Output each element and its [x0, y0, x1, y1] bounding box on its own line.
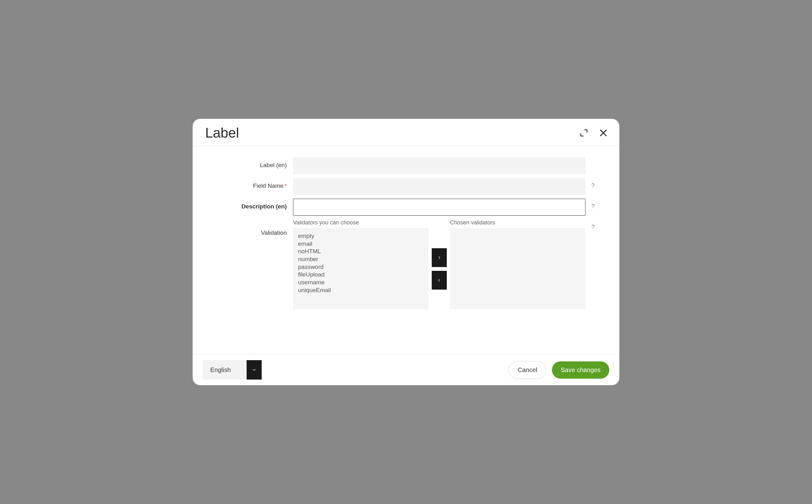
validator-item[interactable]: empty — [298, 232, 424, 240]
validation-transfer: Validators you can choose emptyemailnoHT… — [293, 219, 585, 309]
validator-item[interactable]: fileUpload — [298, 271, 424, 279]
close-icon[interactable] — [597, 127, 609, 139]
label-modal: Label Label (en) — [192, 119, 620, 385]
validator-item[interactable]: uniqueEmail — [298, 286, 424, 294]
chosen-validators-heading: Chosen validators — [450, 219, 585, 226]
header-actions — [578, 127, 609, 139]
row-label-en: Label (en) — [212, 157, 600, 174]
modal-footer: English Cancel Save changes — [192, 354, 620, 385]
save-button[interactable]: Save changes — [552, 361, 609, 379]
label-en-input[interactable] — [293, 157, 585, 174]
language-value: English — [203, 360, 247, 380]
validator-item[interactable]: password — [298, 263, 424, 271]
required-indicator: * — [285, 182, 287, 189]
chosen-validators-list[interactable] — [450, 228, 585, 309]
row-description: Description (en) ? — [212, 199, 600, 216]
available-validators-heading: Validators you can choose — [293, 219, 429, 226]
field-name-label: Field Name* — [212, 178, 293, 189]
modal-header: Label — [192, 119, 620, 146]
add-validator-button[interactable] — [432, 248, 447, 267]
available-validators-list[interactable]: emptyemailnoHTMLnumberpasswordfileUpload… — [293, 228, 429, 309]
label-en-label: Label (en) — [212, 157, 293, 169]
description-label: Description (en) — [212, 199, 293, 210]
footer-actions: Cancel Save changes — [509, 361, 609, 379]
validator-item[interactable]: number — [298, 255, 424, 263]
modal-title: Label — [205, 125, 239, 141]
validator-item[interactable]: username — [298, 279, 424, 286]
help-icon[interactable]: ? — [591, 182, 594, 189]
chosen-validators-block: Chosen validators — [450, 219, 585, 309]
modal-body: Label (en) Field Name* ? Description (en… — [192, 146, 620, 354]
chevron-down-icon[interactable] — [247, 360, 262, 380]
field-name-input[interactable] — [293, 178, 585, 195]
help-icon[interactable]: ? — [591, 203, 594, 210]
cancel-button[interactable]: Cancel — [509, 361, 546, 379]
description-input[interactable] — [293, 199, 585, 216]
validator-item[interactable]: noHTML — [298, 248, 424, 255]
help-icon[interactable]: ? — [591, 224, 594, 230]
validator-item[interactable]: email — [298, 240, 424, 248]
language-select[interactable]: English — [203, 360, 262, 380]
row-validation: Validation Validators you can choose emp… — [212, 219, 600, 309]
row-field-name: Field Name* ? — [212, 178, 600, 195]
available-validators-block: Validators you can choose emptyemailnoHT… — [293, 219, 429, 309]
transfer-buttons — [432, 219, 447, 309]
expand-icon[interactable] — [578, 127, 590, 139]
remove-validator-button[interactable] — [432, 271, 447, 290]
validation-label: Validation — [212, 219, 293, 236]
